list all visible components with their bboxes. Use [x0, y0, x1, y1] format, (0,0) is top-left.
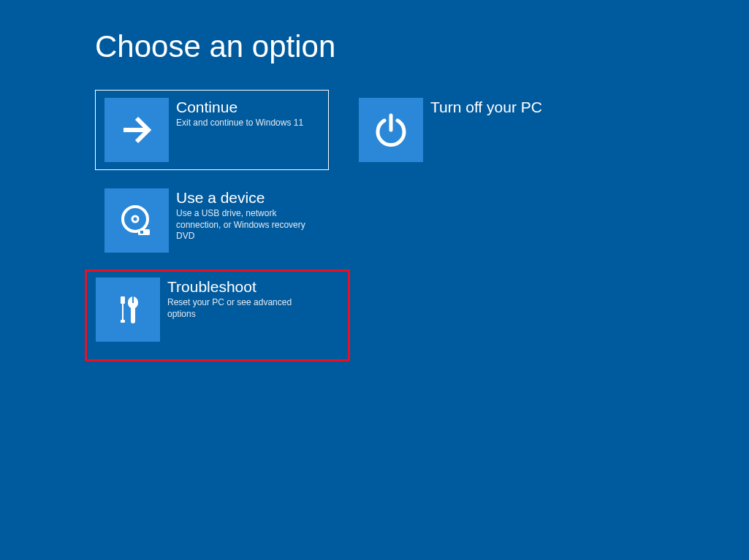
turnoff-option[interactable]: Turn off your PC [349, 90, 583, 170]
arrow-right-icon [116, 110, 157, 150]
disc-device-icon [116, 200, 157, 241]
page-title: Choose an option [95, 29, 749, 64]
continue-icon-box [104, 98, 169, 162]
troubleshoot-icon-box [96, 277, 160, 342]
use-device-desc: Use a USB drive, network connection, or … [176, 208, 319, 242]
turnoff-icon-box [359, 98, 423, 162]
svg-point-2 [123, 207, 148, 231]
power-icon [370, 110, 411, 150]
troubleshoot-text: Troubleshoot Reset your PC or see advanc… [160, 277, 313, 320]
svg-rect-8 [121, 320, 125, 323]
options-row-2: Use a device Use a USB drive, network co… [95, 180, 749, 261]
tools-icon [107, 289, 148, 330]
turnoff-text: Turn off your PC [423, 98, 542, 118]
svg-rect-5 [140, 231, 143, 234]
svg-point-3 [132, 216, 138, 222]
annotation-highlight: Troubleshoot Reset your PC or see advanc… [85, 269, 350, 361]
svg-rect-4 [138, 229, 150, 235]
continue-option[interactable]: Continue Exit and continue to Windows 11 [95, 90, 329, 170]
troubleshoot-option[interactable]: Troubleshoot Reset your PC or see advanc… [96, 277, 339, 342]
options-row-3: Troubleshoot Reset your PC or see advanc… [85, 269, 749, 361]
turnoff-title: Turn off your PC [430, 98, 542, 116]
use-device-title: Use a device [176, 188, 319, 207]
continue-title: Continue [176, 98, 303, 116]
svg-rect-6 [121, 296, 125, 304]
options-row-1: Continue Exit and continue to Windows 11… [95, 90, 749, 170]
use-device-text: Use a device Use a USB drive, network co… [169, 188, 319, 242]
troubleshoot-title: Troubleshoot [167, 277, 313, 296]
continue-desc: Exit and continue to Windows 11 [176, 118, 303, 129]
continue-text: Continue Exit and continue to Windows 11 [169, 98, 303, 129]
svg-rect-7 [122, 304, 123, 320]
options-grid: Continue Exit and continue to Windows 11… [95, 90, 749, 361]
troubleshoot-desc: Reset your PC or see advanced options [167, 297, 313, 320]
use-device-option[interactable]: Use a device Use a USB drive, network co… [95, 180, 329, 261]
recovery-options-screen: Choose an option Continue Exit and conti… [0, 0, 749, 361]
use-device-icon-box [104, 188, 169, 253]
